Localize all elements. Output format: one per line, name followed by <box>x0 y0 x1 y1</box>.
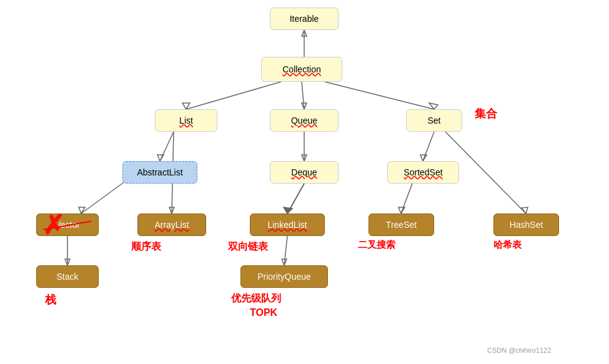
annotation-hash: 哈希表 <box>493 239 522 251</box>
node-treeset: TreeSet <box>369 214 434 236</box>
node-set-label: Set <box>427 116 440 125</box>
node-abstractlist: AbstractList <box>122 161 197 184</box>
annotation-topk: TOPK <box>250 307 277 318</box>
svg-marker-25 <box>522 207 528 214</box>
svg-marker-17 <box>302 155 307 161</box>
svg-marker-23 <box>420 155 427 161</box>
svg-line-6 <box>325 82 434 109</box>
node-sortedset-label: SortedSet <box>404 167 442 177</box>
svg-marker-21 <box>282 259 287 265</box>
svg-marker-1 <box>302 30 307 36</box>
node-vector-label: Vector <box>55 220 80 230</box>
svg-marker-9 <box>157 155 164 161</box>
svg-marker-11 <box>169 207 174 214</box>
svg-marker-7 <box>429 103 438 109</box>
node-queue-label: Queue <box>291 116 317 125</box>
node-sortedset: SortedSet <box>387 161 459 184</box>
annotation-shuangxiang: 双向链表 <box>228 240 268 253</box>
annotation-ercha: 二叉搜索 <box>358 239 395 251</box>
node-hashset-label: HashSet <box>510 220 543 230</box>
node-hashset: HashSet <box>493 214 559 236</box>
annotation-jiji: 集合 <box>475 106 497 121</box>
svg-line-8 <box>160 132 174 161</box>
svg-line-4 <box>302 82 304 109</box>
svg-line-22 <box>423 132 434 161</box>
node-treeset-label: TreeSet <box>386 220 417 230</box>
node-linkedlist: LinkedList <box>250 214 325 236</box>
node-deque: Deque <box>270 161 339 184</box>
node-stack: Stack <box>36 265 99 288</box>
svg-marker-5 <box>302 103 307 109</box>
annotation-youxian: 优先级队列 <box>231 292 281 305</box>
node-queue: Queue <box>270 109 339 132</box>
node-list-label: List <box>179 116 193 125</box>
node-priorityqueue: PriorityQueue <box>240 265 328 288</box>
node-arraylist-label: ArrayList <box>154 220 189 230</box>
node-collection: Collection <box>261 57 342 82</box>
node-set: Set <box>406 109 462 132</box>
node-iterable: Iterable <box>270 7 339 30</box>
node-priorityqueue-label: PriorityQueue <box>257 272 311 282</box>
svg-line-26 <box>401 184 412 214</box>
svg-marker-3 <box>182 103 190 109</box>
watermark: CSDN @chihiro1122 <box>487 347 551 354</box>
svg-marker-13 <box>79 207 85 214</box>
svg-marker-27 <box>399 207 405 214</box>
node-list: List <box>155 109 217 132</box>
annotation-shunxu: 顺序表 <box>131 240 161 253</box>
node-arraylist: ArrayList <box>137 214 206 236</box>
node-collection-label: Collection <box>282 64 320 74</box>
node-vector: Vector <box>36 214 99 236</box>
svg-line-2 <box>186 82 281 109</box>
node-abstractlist-label: AbstractList <box>137 167 182 177</box>
node-stack-label: Stack <box>56 272 78 282</box>
svg-line-18 <box>287 184 304 214</box>
svg-marker-15 <box>65 259 70 265</box>
node-iterable-label: Iterable <box>290 14 319 24</box>
node-deque-label: Deque <box>291 167 317 177</box>
annotation-zhan: 栈 <box>45 292 56 307</box>
svg-marker-19 <box>284 207 292 214</box>
node-linkedlist-label: LinkedList <box>267 220 307 230</box>
diagram-container: Iterable Collection List Queue Set Abstr… <box>0 0 609 364</box>
svg-line-20 <box>284 236 287 265</box>
